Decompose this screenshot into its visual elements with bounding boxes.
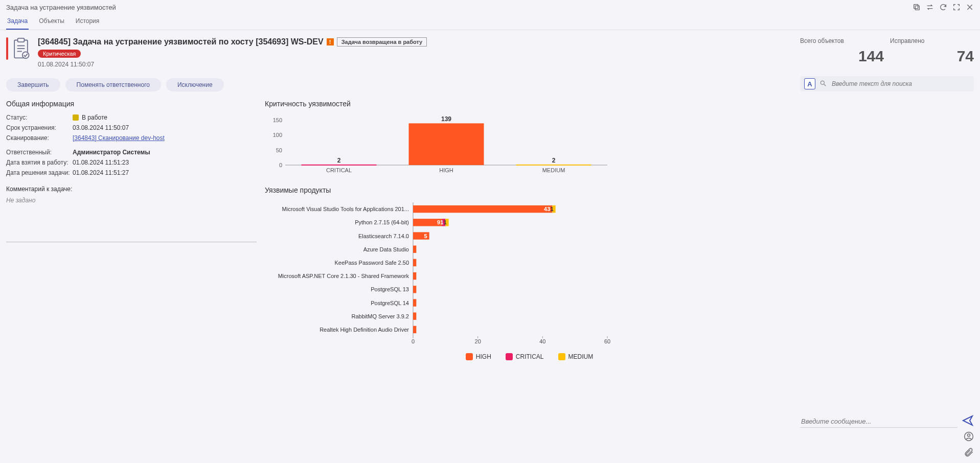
svg-rect-3: [18, 38, 25, 42]
products-chart: 0204060Microsoft Visual Studio Tools for…: [265, 200, 612, 349]
svg-point-7: [22, 52, 29, 58]
returned-badge: Задача возвращена в работу: [337, 37, 427, 47]
comment-value[interactable]: Не задано: [6, 197, 257, 242]
svg-text:139: 139: [441, 115, 451, 123]
svg-rect-59: [413, 326, 416, 333]
svg-text:40: 40: [539, 338, 545, 344]
svg-text:9: 9: [437, 219, 440, 225]
svg-text:100: 100: [273, 132, 282, 138]
refresh-icon[interactable]: [939, 3, 947, 11]
svg-text:0: 0: [279, 162, 282, 168]
products-chart-legend: HIGHCRITICALMEDIUM: [265, 353, 794, 360]
message-list: [800, 91, 974, 414]
svg-text:Python 2.7.15 (64-bit): Python 2.7.15 (64-bit): [355, 219, 409, 225]
products-chart-title: Уязвимые продукты: [265, 186, 794, 194]
tab-task[interactable]: Задача: [6, 14, 29, 30]
warning-icon: !: [327, 38, 334, 45]
search-icon: [819, 80, 827, 88]
svg-text:50: 50: [276, 147, 282, 153]
solved-value: 01.08.2024 11:51:27: [73, 169, 257, 176]
counter-total-value: 144: [800, 48, 884, 65]
reassign-button[interactable]: Поменять ответственного: [65, 78, 161, 91]
svg-rect-57: [413, 312, 416, 319]
priority-badge: Критическая: [38, 50, 81, 58]
svg-text:Microsoft ASP.NET Core 2.1.30 : Microsoft ASP.NET Core 2.1.30 - Shared F…: [278, 273, 409, 279]
counter-fixed-value: 74: [890, 48, 974, 65]
svg-text:20: 20: [475, 338, 481, 344]
svg-text:PostgreSQL 14: PostgreSQL 14: [371, 300, 409, 306]
exclude-button[interactable]: Исключение: [166, 78, 224, 91]
info-section-title: Общая информация: [6, 100, 257, 108]
maximize-icon[interactable]: [952, 3, 961, 11]
svg-text:Realtek High Definition Audio : Realtek High Definition Audio Driver: [320, 327, 409, 333]
search-input[interactable]: [831, 80, 970, 88]
task-created-timestamp: 01.08.2024 11:50:07: [38, 61, 794, 68]
deadline-value: 03.08.2024 11:50:07: [73, 124, 257, 131]
svg-text:1: 1: [551, 206, 554, 212]
svg-rect-53: [413, 286, 416, 293]
counter-total-label: Всего объектов: [800, 37, 884, 44]
deadline-label: Срок устранения:: [6, 124, 73, 131]
svg-text:1: 1: [440, 219, 443, 225]
sync-icon[interactable]: [926, 3, 934, 11]
svg-text:MEDIUM: MEDIUM: [542, 167, 565, 173]
solved-label: Дата решения задачи:: [6, 169, 73, 176]
criticality-chart: 0501001502CRITICAL139HIGH2MEDIUM: [265, 114, 612, 175]
message-input[interactable]: [800, 415, 958, 428]
legend-item: CRITICAL: [506, 353, 544, 360]
svg-rect-55: [413, 299, 416, 306]
svg-point-60: [821, 81, 824, 84]
status-color-icon: [73, 114, 79, 121]
svg-text:2: 2: [552, 157, 556, 164]
svg-text:150: 150: [273, 117, 282, 123]
svg-rect-32: [413, 205, 552, 213]
svg-text:Elasticsearch 7.14.0: Elasticsearch 7.14.0: [358, 233, 409, 239]
svg-text:60: 60: [604, 338, 610, 344]
svg-rect-51: [413, 272, 416, 280]
taken-label: Дата взятия в работу:: [6, 159, 73, 166]
complete-button[interactable]: Завершить: [6, 78, 60, 91]
copy-icon[interactable]: [913, 3, 921, 11]
svg-rect-47: [413, 245, 416, 252]
window-title: Задача на устранение уязвимостей: [6, 4, 116, 11]
legend-item: HIGH: [466, 353, 491, 360]
svg-rect-0: [915, 6, 919, 10]
svg-rect-13: [302, 165, 377, 166]
svg-text:RabbitMQ Server 3.9.2: RabbitMQ Server 3.9.2: [352, 313, 409, 319]
taken-value: 01.08.2024 11:51:23: [73, 159, 257, 166]
letter-filter-icon[interactable]: A: [804, 78, 815, 89]
svg-text:KeePass Password Safe 2.50: KeePass Password Safe 2.50: [334, 260, 409, 266]
task-title: [364845] Задача на устранение уязвимосте…: [38, 37, 324, 47]
attachment-icon[interactable]: [964, 447, 974, 459]
criticality-chart-title: Критичность уязвимостей: [265, 100, 794, 108]
svg-rect-1: [914, 5, 918, 9]
task-icon: [6, 37, 31, 60]
svg-text:CRITICAL: CRITICAL: [326, 167, 352, 173]
svg-text:Azure Data Studio: Azure Data Studio: [363, 246, 409, 252]
svg-point-63: [968, 434, 970, 436]
svg-text:1: 1: [444, 219, 447, 225]
svg-text:5: 5: [424, 233, 427, 239]
tab-history[interactable]: История: [75, 14, 101, 30]
user-icon[interactable]: [964, 431, 974, 443]
counter-fixed-label: Исправлено: [890, 37, 974, 44]
svg-text:43: 43: [544, 206, 550, 212]
svg-text:HIGH: HIGH: [439, 167, 453, 173]
comment-label: Комментарий к задаче:: [6, 186, 257, 193]
send-icon[interactable]: [962, 414, 974, 428]
svg-text:2: 2: [337, 157, 341, 164]
close-icon[interactable]: [966, 3, 974, 11]
svg-rect-19: [516, 165, 591, 166]
svg-text:PostgreSQL 13: PostgreSQL 13: [371, 286, 409, 292]
svg-text:0: 0: [412, 338, 415, 344]
tab-objects[interactable]: Объекты: [38, 14, 65, 30]
svg-text:Microsoft Visual Studio Tools : Microsoft Visual Studio Tools for Applic…: [282, 206, 409, 212]
assignee-label: Ответственный:: [6, 149, 73, 156]
assignee-value: Администратор Системы: [73, 149, 257, 156]
status-value: В работе: [73, 114, 257, 121]
svg-rect-16: [409, 123, 484, 165]
scan-link[interactable]: [364843] Сканирование dev-host: [73, 134, 165, 142]
scan-label: Сканирование:: [6, 134, 73, 142]
status-label: Статус:: [6, 114, 73, 121]
legend-item: MEDIUM: [558, 353, 594, 360]
